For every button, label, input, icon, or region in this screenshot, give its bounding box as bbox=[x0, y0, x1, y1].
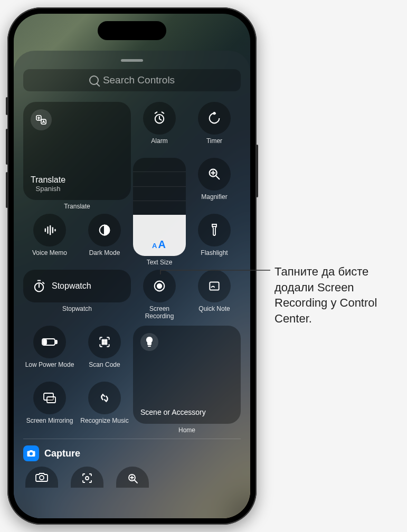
svg-rect-18 bbox=[43, 340, 46, 344]
magnifier-control[interactable]: Magnifier bbox=[188, 158, 241, 211]
translate-label: Translate bbox=[63, 203, 91, 211]
translate-icon bbox=[31, 109, 52, 130]
stopwatch-label: Stopwatch bbox=[61, 306, 93, 313]
search-icon bbox=[89, 75, 99, 85]
alarm-icon bbox=[143, 102, 176, 135]
svg-rect-7 bbox=[47, 226, 48, 234]
stopwatch-control[interactable]: Stopwatch Stopwatch bbox=[23, 270, 131, 322]
camera-app-icon bbox=[23, 445, 39, 461]
svg-rect-15 bbox=[210, 282, 219, 290]
svg-rect-9 bbox=[52, 227, 53, 233]
screen: Search Controls bbox=[14, 14, 250, 518]
dark-mode-label: Dark Mode bbox=[88, 250, 121, 257]
home-card-body: Scene or Accessory bbox=[133, 326, 241, 424]
voice-memo-control[interactable]: Voice Memo bbox=[23, 214, 76, 267]
scan-code-icon bbox=[88, 326, 121, 358]
svg-rect-20 bbox=[105, 340, 107, 341]
svg-rect-6 bbox=[45, 229, 46, 232]
capture-control-1[interactable] bbox=[25, 467, 58, 488]
screen-mirroring-control[interactable]: Screen Mirroring bbox=[23, 382, 76, 434]
low-power-mode-control[interactable]: Low Power Mode bbox=[23, 326, 76, 378]
svg-rect-10 bbox=[54, 229, 55, 232]
callout-text: Тапните да бисте додали Screen Recording… bbox=[275, 264, 396, 327]
capture-control-2[interactable] bbox=[71, 467, 103, 488]
recognize-music-control[interactable]: Recognize Music bbox=[78, 382, 131, 434]
text-size-label: Text Size bbox=[146, 259, 174, 267]
svg-rect-17 bbox=[55, 340, 57, 344]
quick-note-control[interactable]: Quick Note bbox=[188, 270, 241, 322]
controls-gallery-panel: Search Controls bbox=[14, 51, 250, 518]
scan-code-control[interactable]: Scan Code bbox=[78, 326, 131, 378]
capture-control-3[interactable] bbox=[116, 467, 149, 488]
side-button bbox=[256, 145, 258, 197]
svg-rect-23 bbox=[148, 346, 151, 347]
translate-title: Translate bbox=[31, 175, 65, 185]
low-power-mode-label: Low Power Mode bbox=[24, 362, 75, 369]
svg-rect-25 bbox=[47, 397, 55, 403]
screen-mirroring-label: Screen Mirroring bbox=[25, 417, 74, 425]
controls-grid: Translate Spanish Translate Alarm bbox=[23, 102, 241, 434]
screen-recording-control[interactable]: Screen Recording bbox=[133, 270, 186, 322]
section-divider bbox=[23, 439, 241, 439]
alarm-control[interactable]: Alarm bbox=[133, 102, 186, 155]
home-label: Home bbox=[177, 427, 196, 434]
translate-subtitle: Spanish bbox=[31, 185, 65, 193]
svg-point-3 bbox=[210, 113, 220, 124]
text-size-control[interactable]: AA Text Size bbox=[133, 158, 186, 267]
quick-note-label: Quick Note bbox=[197, 306, 231, 313]
quick-note-icon bbox=[198, 270, 231, 302]
capture-row bbox=[23, 467, 241, 488]
svg-point-26 bbox=[30, 452, 33, 455]
mute-switch bbox=[6, 97, 8, 115]
stopwatch-icon bbox=[32, 279, 46, 293]
translate-card-body: Translate Spanish bbox=[23, 102, 131, 200]
capture-section-title: Capture bbox=[44, 448, 80, 459]
magnifier-icon bbox=[198, 158, 231, 191]
shazam-icon bbox=[88, 382, 121, 414]
flashlight-control[interactable]: Flashlight bbox=[188, 214, 241, 267]
search-placeholder: Search Controls bbox=[103, 74, 175, 86]
svg-point-28 bbox=[86, 477, 89, 480]
capture-section-header: Capture bbox=[23, 445, 241, 461]
flashlight-label: Flashlight bbox=[200, 250, 229, 257]
timer-control[interactable]: Timer bbox=[188, 102, 241, 155]
dark-mode-icon bbox=[88, 214, 121, 246]
home-scene-label: Scene or Accessory bbox=[140, 408, 206, 416]
svg-point-14 bbox=[157, 284, 162, 288]
volume-up-button bbox=[6, 129, 8, 165]
dark-mode-control[interactable]: Dark Mode bbox=[78, 214, 131, 267]
lightbulb-icon bbox=[140, 333, 158, 351]
scan-code-label: Scan Code bbox=[88, 362, 121, 369]
translate-control[interactable]: Translate Spanish Translate bbox=[23, 102, 131, 211]
dynamic-island bbox=[98, 21, 166, 40]
svg-rect-19 bbox=[102, 340, 104, 341]
timer-icon bbox=[198, 102, 231, 135]
home-control[interactable]: Scene or Accessory Home bbox=[133, 326, 241, 434]
search-controls-field[interactable]: Search Controls bbox=[23, 69, 241, 91]
alarm-label: Alarm bbox=[150, 138, 168, 145]
screen-recording-label: Screen Recording bbox=[133, 306, 186, 320]
voice-memo-icon bbox=[33, 214, 66, 246]
text-size-slider[interactable]: AA bbox=[133, 158, 186, 256]
recognize-music-label: Recognize Music bbox=[79, 417, 129, 425]
magnifier-label: Magnifier bbox=[200, 194, 228, 201]
svg-rect-8 bbox=[50, 225, 51, 235]
screen-recording-icon bbox=[143, 270, 176, 302]
svg-point-4 bbox=[213, 112, 215, 114]
low-power-mode-icon bbox=[33, 326, 66, 358]
iphone-frame: Search Controls bbox=[7, 7, 257, 525]
svg-rect-22 bbox=[105, 343, 107, 344]
screen-mirroring-icon bbox=[33, 382, 66, 414]
flashlight-icon bbox=[198, 214, 231, 246]
sheet-grabber[interactable] bbox=[121, 59, 143, 62]
text-size-aa-icon: AA bbox=[152, 239, 167, 251]
voice-memo-label: Voice Memo bbox=[31, 250, 68, 257]
volume-down-button bbox=[6, 172, 8, 208]
svg-rect-21 bbox=[102, 343, 104, 344]
svg-point-27 bbox=[40, 476, 44, 480]
stopwatch-inline-label: Stopwatch bbox=[52, 281, 91, 291]
stopwatch-card-body: Stopwatch bbox=[23, 270, 131, 302]
timer-label: Timer bbox=[205, 138, 223, 145]
